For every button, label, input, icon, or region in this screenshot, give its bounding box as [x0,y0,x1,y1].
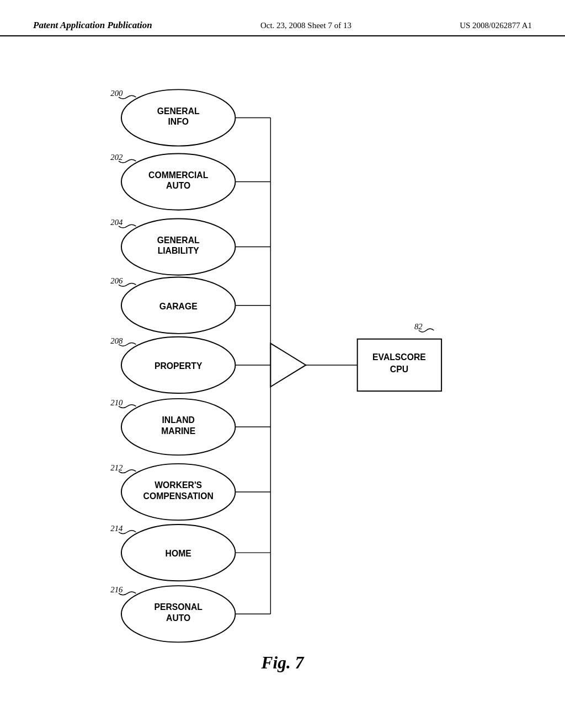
diagram-area: 200 GENERAL INFO 202 COMMERCIAL AUTO 204… [0,36,565,687]
svg-text:PROPERTY: PROPERTY [154,361,202,371]
svg-text:202: 202 [110,153,123,162]
date-sheet-label: Oct. 23, 2008 Sheet 7 of 13 [260,21,351,30]
svg-text:Fig. 7: Fig. 7 [261,653,305,672]
svg-text:206: 206 [110,276,123,285]
svg-text:WORKER'S: WORKER'S [154,480,202,490]
page-header: Patent Application Publication Oct. 23, … [0,0,565,36]
svg-text:204: 204 [110,218,123,227]
svg-text:82: 82 [414,322,423,331]
svg-text:HOME: HOME [166,549,191,558]
svg-text:212: 212 [110,463,123,472]
svg-text:INFO: INFO [168,117,189,126]
svg-text:GARAGE: GARAGE [159,302,198,311]
svg-text:EVALSCORE: EVALSCORE [372,352,426,362]
svg-marker-43 [270,344,306,387]
svg-text:200: 200 [110,89,123,98]
diagram-svg: 200 GENERAL INFO 202 COMMERCIAL AUTO 204… [0,36,565,687]
svg-text:AUTO: AUTO [166,613,190,623]
svg-text:MARINE: MARINE [161,426,195,436]
svg-text:GENERAL: GENERAL [157,235,200,245]
svg-text:COMPENSATION: COMPENSATION [143,491,214,501]
svg-text:LIABILITY: LIABILITY [158,246,200,255]
svg-text:COMMERCIAL: COMMERCIAL [148,170,209,180]
svg-text:210: 210 [110,398,123,407]
publication-label: Patent Application Publication [33,20,152,31]
svg-text:CPU: CPU [390,365,408,374]
page: Patent Application Publication Oct. 23, … [0,0,565,728]
svg-text:INLAND: INLAND [162,415,195,425]
patent-number-label: US 2008/0262877 A1 [460,21,532,30]
svg-text:214: 214 [110,524,123,533]
svg-text:AUTO: AUTO [166,181,190,190]
svg-text:216: 216 [110,585,123,594]
svg-text:GENERAL: GENERAL [157,106,200,116]
svg-text:PERSONAL: PERSONAL [154,602,203,612]
svg-text:208: 208 [110,336,123,345]
